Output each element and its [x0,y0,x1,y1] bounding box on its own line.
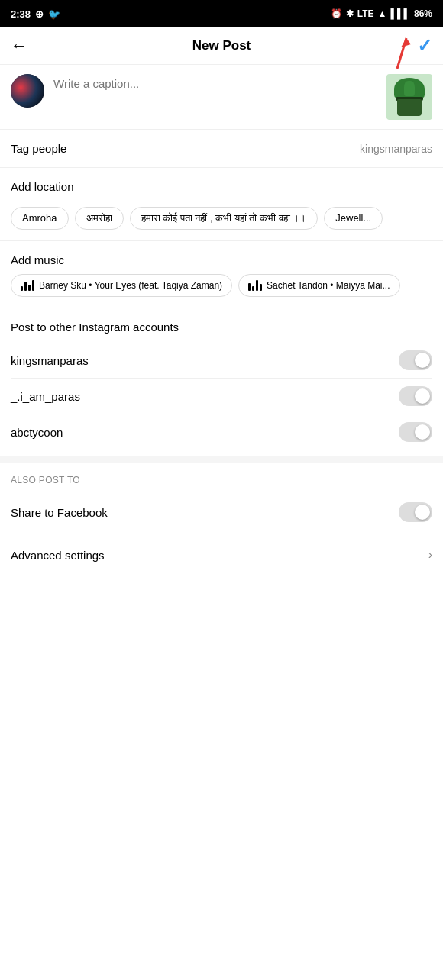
location-chip-1[interactable]: अमरोहा [75,207,124,230]
add-location-section[interactable]: Add location [0,168,443,199]
confirm-button[interactable]: ✓ [417,35,432,56]
music-chip-0-label: Barney Sku • Your Eyes (feat. Taqiya Zam… [39,280,222,291]
page-title: New Post [192,38,251,53]
location-chips-container: Amroha अमरोहा हमारा कोई पता नहीं , कभी य… [0,199,443,241]
add-music-section: Add music Barney Sku • Your Eyes (feat. … [0,241,443,308]
caption-input[interactable] [53,74,377,90]
account-name-1: _.i_am_paras [11,390,80,403]
toggle-share-facebook[interactable] [399,502,432,522]
toggle-knob-2 [415,424,430,440]
post-thumbnail [386,74,432,120]
location-chip-0[interactable]: Amroha [11,207,69,230]
music-bars-1 [248,280,262,291]
post-to-title: Post to other Instagram accounts [11,321,432,334]
music-bars-0 [21,280,34,291]
signal-icon: ▌▌▌ [390,8,410,19]
advanced-settings-label: Advanced settings [11,549,105,562]
tag-people-label: Tag people [11,142,66,155]
location-chip-3[interactable]: Jewell... [324,207,383,230]
add-location-label: Add location [11,180,74,193]
music-chip-1[interactable]: Sachet Tandon • Maiyya Mai... [238,274,399,297]
also-post-to-title: Also post to [11,475,432,485]
toggle-abctycoon[interactable] [399,422,432,442]
account-row-0: kingsmanparas [11,343,432,379]
share-facebook-label: Share to Facebook [11,506,108,519]
music-chip-1-label: Sachet Tandon • Maiyya Mai... [267,280,390,291]
add-music-label: Add music [11,253,432,266]
account-name-0: kingsmanparas [11,354,89,367]
toggle-i-am-paras[interactable] [399,386,432,406]
music-chips-container: Barney Sku • Your Eyes (feat. Taqiya Zam… [11,274,432,300]
lte-icon: LTE [357,8,374,19]
toggle-knob-1 [415,388,430,404]
top-nav: ← New Post ✓ [0,27,443,65]
whatsapp-icon: ⊕ [35,8,44,20]
svg-line-0 [397,38,406,69]
svg-marker-1 [401,38,411,47]
toggle-kingsmanparas[interactable] [399,350,432,370]
music-chip-0[interactable]: Barney Sku • Your Eyes (feat. Taqiya Zam… [11,274,232,297]
toggle-knob-facebook [415,505,430,520]
status-right: ⏰ ✱ LTE ▲ ▌▌▌ 86% [331,8,432,19]
advanced-settings-row[interactable]: Advanced settings › [0,537,443,572]
post-to-accounts-section: Post to other Instagram accounts kingsma… [0,308,443,456]
toggle-knob-0 [415,353,430,368]
share-facebook-row: Share to Facebook [11,495,432,530]
twitter-icon: 🐦 [48,8,60,20]
account-row-2: abctycoon [11,414,432,450]
location-chip-2[interactable]: हमारा कोई पता नहीं , कभी यहां तो कभी वहा… [130,207,319,230]
chevron-right-icon: › [428,548,432,562]
back-button[interactable]: ← [11,36,27,56]
account-name-2: abctycoon [11,426,63,439]
tag-people-section[interactable]: Tag people kingsmanparas [0,130,443,168]
bluetooth-icon: ✱ [346,8,354,19]
plant-illustration [390,78,428,116]
caption-area [0,65,443,130]
battery-icon: 86% [414,8,432,19]
status-bar: 2:38 ⊕ 🐦 ⏰ ✱ LTE ▲ ▌▌▌ 86% [0,0,443,27]
alarm-icon: ⏰ [331,8,342,19]
avatar [11,74,44,108]
tag-people-value: kingsmanparas [360,143,432,155]
also-post-to-section: Also post to Share to Facebook [0,456,443,537]
status-left: 2:38 ⊕ 🐦 [11,8,60,20]
wifi-icon: ▲ [378,8,387,19]
account-row-1: _.i_am_paras [11,379,432,414]
status-time: 2:38 [11,8,31,20]
